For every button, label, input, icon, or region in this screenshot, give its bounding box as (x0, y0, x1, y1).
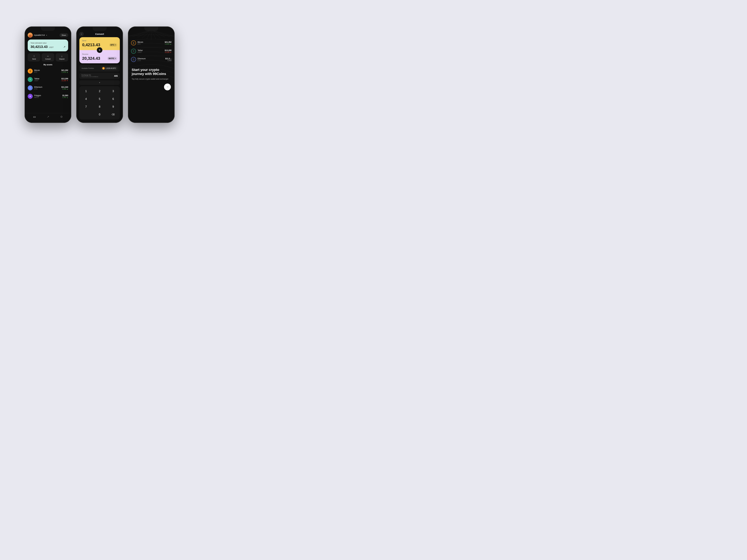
key-empty (79, 111, 93, 118)
send-button[interactable]: ↑ Send (28, 53, 40, 61)
fee-link[interactable]: Read terms and conditions (81, 76, 98, 77)
p3-asset-list: ₿ Bitcoin BTC $21,352 1,3220 ▲ T (129, 33, 174, 65)
available-portfolio-row: Available Portfolio B 1,3220.45 BTC (79, 65, 120, 72)
coin-name: Tether (34, 78, 60, 80)
cta-section: Start your crypto journey with 99Coins T… (129, 65, 174, 122)
key-backspace[interactable]: ⌫ (107, 111, 120, 118)
phone-3: ₿ Bitcoin BTC $21,352 1,3220 ▲ T (128, 26, 175, 123)
trend-icon: ↗ (63, 46, 66, 48)
eth-value: $11,343 6,400 ▲ (61, 86, 68, 90)
convert-icon: ↔ (47, 55, 49, 58)
list-item[interactable]: T Tether USDT $13,200 13,200 ▼ (131, 47, 172, 55)
btc-badge: B (102, 67, 105, 70)
p3-eth-icon: Ξ (131, 57, 136, 62)
cta-subtitle: Top fully secure crypto wallet and excha… (132, 78, 171, 80)
coin-name: Ethereum (137, 58, 164, 60)
matic-info: Polygon MATIC (34, 95, 61, 98)
portfolio-text: 1,3220.45 BTC (106, 68, 116, 69)
key-3[interactable]: 3 (107, 87, 120, 95)
send-label: Send (32, 58, 36, 60)
send-label: Send (82, 40, 117, 42)
coin-change: 6,400 ▲ (61, 88, 68, 90)
list-item[interactable]: M Polygon MATIC $1,563 2,343 ▲ (28, 92, 68, 100)
share-button[interactable]: Share (59, 33, 68, 37)
eth-info: Ethereum ETH (34, 86, 60, 90)
cta-title: Start your crypto journey with 99Coins (132, 68, 171, 76)
receive-amount: 20,324.43 (82, 56, 100, 61)
usdt-value: $13,200 13,200 ▼ (61, 78, 68, 81)
send-currency-select[interactable]: BTC ▾ (109, 43, 117, 47)
usdt-info: Tether USDT (34, 78, 60, 81)
coin-change: 2,343 ▲ (62, 97, 68, 98)
send-chevron-icon: ▾ (115, 44, 116, 46)
deposit-button[interactable]: ↓ Deposit (56, 53, 68, 61)
list-item[interactable]: ₿ Bitcoin BTC $21,352 1,3220 ▲ (28, 68, 68, 75)
arrow-right-icon: → (166, 85, 169, 88)
receive-label: Receive (82, 53, 117, 55)
fee-amount: 40$ (114, 75, 118, 77)
list-item[interactable]: Ξ Ethereum ETH $11,343 6,400 ▲ (28, 84, 68, 91)
key-9[interactable]: 9 (107, 103, 120, 110)
notch-1 (41, 27, 55, 31)
deposit-label: Deposit (59, 58, 65, 60)
fee-row: Exchange fee Read terms and conditions 4… (79, 73, 120, 79)
actions-row: ↑ Send ↔ Convert ↓ Deposit (28, 53, 68, 61)
coin-price: $13,200 (61, 78, 68, 80)
nav-chart-icon[interactable]: ↗ (47, 115, 49, 118)
list-item[interactable]: ₿ Bitcoin BTC $21,352 1,3220 ▲ (131, 39, 172, 47)
list-item[interactable]: T Tether USDT $13,200 13,200 ▼ (28, 76, 68, 83)
phone-1: mywallet.fr.id ▾ Share Total estimated v… (25, 26, 71, 123)
btc-value: $21,352 1,3220 ▲ (61, 69, 68, 73)
key-4[interactable]: 4 (79, 95, 93, 103)
back-button[interactable]: ‹ (79, 32, 84, 36)
chevron-down-icon: ▾ (99, 81, 100, 84)
eth-icon: Ξ (28, 85, 33, 90)
balance-label: Total estimated value (30, 42, 66, 44)
p3-usdt-value: $13,200 13,200 ▼ (165, 49, 172, 53)
coin-name: Bitcoin (137, 41, 163, 43)
keypad: 1 2 3 4 5 6 7 8 9 0 ⌫ (79, 86, 120, 119)
coin-symbol: ETH (137, 60, 164, 61)
p3-usdt-icon: T (131, 49, 136, 54)
key-7[interactable]: 7 (79, 103, 93, 110)
dropdown-icon: ▾ (46, 34, 47, 36)
balance-amount: 30,4213.43 (30, 45, 48, 49)
key-2[interactable]: 2 (93, 87, 106, 95)
send-amount: 0,4213.43 (82, 43, 100, 47)
balance-currency: USDT (49, 46, 54, 48)
nav-settings-icon[interactable]: ⚙ (60, 115, 63, 118)
coin-price: $11,3... (165, 58, 172, 60)
p2-title: Convert (95, 33, 104, 35)
usdt-icon: T (28, 77, 33, 82)
notch-3 (144, 27, 158, 31)
key-1[interactable]: 1 (79, 87, 93, 95)
convert-label: Convert (45, 58, 51, 60)
btc-info: Bitcoin BTC (34, 69, 60, 73)
convert-button[interactable]: ↔ Convert (42, 53, 54, 61)
coin-price: $11,343 (61, 86, 68, 88)
receive-currency-select[interactable]: MATIC ▾ (107, 57, 117, 60)
notch-2 (93, 27, 107, 31)
key-6[interactable]: 6 (107, 95, 120, 103)
username: mywallet.fr.id (34, 34, 45, 36)
coin-change: 1,3220 ▲ (61, 72, 68, 73)
phone-2: ‹ Convert Send 0,4213.43 BTC ▾ ⇅ (76, 26, 123, 123)
fee-info: Exchange fee Read terms and conditions (81, 74, 98, 77)
swap-button[interactable]: ⇅ (97, 47, 102, 53)
key-0[interactable]: 0 (93, 111, 106, 118)
matic-value: $1,563 2,343 ▲ (62, 95, 68, 98)
key-8[interactable]: 8 (93, 103, 106, 110)
key-5[interactable]: 5 (93, 95, 106, 103)
collapse-button[interactable]: ▾ (79, 80, 120, 85)
coin-change: 13,200 ▼ (61, 80, 68, 81)
list-item[interactable]: Ξ Ethereum ETH $11,3... 6,400 (131, 55, 172, 63)
coin-symbol: USDT (34, 80, 60, 81)
p3-eth-value: $11,3... 6,400 (165, 58, 172, 61)
arrow-button[interactable]: → (164, 83, 171, 90)
p3-btc-value: $21,352 1,3220 ▲ (165, 41, 172, 45)
portfolio-value: B 1,3220.45 BTC (101, 66, 118, 70)
p3-btc-icon: ₿ (131, 41, 136, 46)
nav-wallet-icon[interactable]: ▭ (33, 115, 36, 118)
btc-icon: ₿ (28, 69, 33, 74)
coin-change: 6,400 (165, 60, 172, 61)
